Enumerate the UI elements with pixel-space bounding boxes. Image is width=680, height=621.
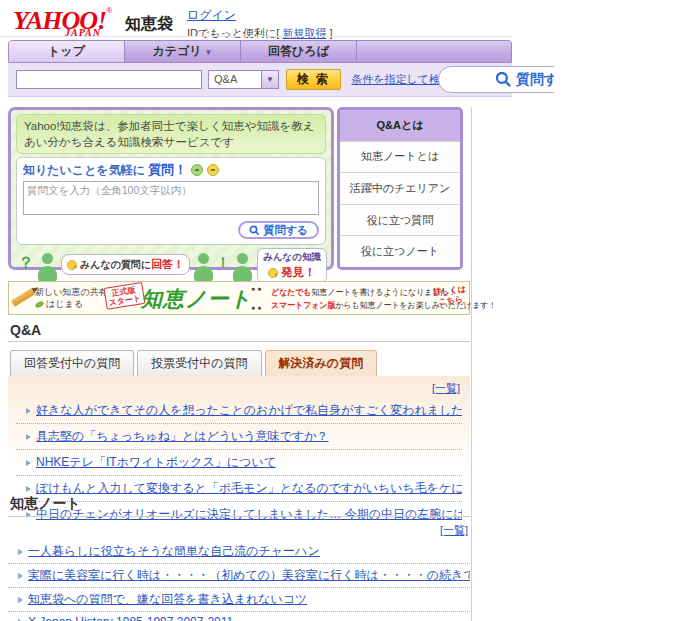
chienote-more-link[interactable]: 詳しくは こちら (433, 284, 468, 308)
yahoo-japan-logo[interactable]: YAHOO!® JAPAN (13, 6, 115, 36)
nav-tab-answer-plaza[interactable]: 回答ひろば (241, 41, 357, 62)
nav-tab-top-label: トップ (48, 44, 85, 58)
search-panel: Q&A ▼ 検 索 条件を指定して検索 質問する (8, 63, 512, 97)
sidebar-item-label: 活躍中のチエリアン (350, 181, 451, 196)
chienote-tagline-line2: はじまる (46, 298, 83, 310)
question-link[interactable]: 好きな人ができてその人を想ったことのおかげで私自身がすごく変われました ... (36, 402, 462, 419)
magnifier-icon (495, 71, 512, 88)
chevron-down-icon: ▼ (205, 48, 213, 57)
note-row: X Japan History 1985-1997,2007-2011 (8, 612, 470, 621)
leaf-icon (34, 300, 44, 309)
question-row: NHKEテレ「ITホワイトボックス」について (16, 450, 462, 476)
triangle-bullet-icon (18, 597, 23, 603)
triangle-bullet-icon (26, 460, 31, 466)
main-nav: トップ カテゴリ▼ 回答ひろば (8, 40, 512, 63)
tab-label: 回答受付中の質問 (24, 356, 120, 370)
question-row: 好きな人ができてその人を想ったことのおかげで私自身がすごく変われました ... (16, 398, 462, 424)
note-row: 実際に美容室に行く時は・・・・（初めての）美容室に行く時は・・・・の続きです。.… (8, 564, 470, 588)
registered-mark: ® (106, 6, 112, 15)
msg2-text: からも知恵ノートをお楽しみいただけます！ (335, 300, 496, 310)
chick-icon (268, 268, 278, 278)
nav-tab-category[interactable]: カテゴリ▼ (125, 41, 241, 62)
service-title: 知恵袋 (125, 14, 173, 35)
sidebar-item-qa-about[interactable]: Q&Aとは (340, 110, 460, 142)
nav-tab-category-label: カテゴリ (152, 44, 201, 58)
tab-voting-questions[interactable]: 投票受付中の質問 (137, 350, 261, 376)
ask-form-box: 知りたいことを気軽に 質問！ 質問する (16, 157, 326, 245)
sidebar-item-active-chierian[interactable]: 活躍中のチエリアン (340, 173, 460, 205)
discover-emphasis: 発見！ (281, 265, 316, 280)
flower-face-icon (207, 164, 219, 176)
question-textarea[interactable] (23, 181, 319, 215)
chienote-list-link-row: [一覧] (8, 517, 470, 540)
sidebar-item-label: 知恵ノートとは (361, 149, 439, 164)
question-link[interactable]: 具志堅の「ちょっちゅね」とはどういう意味ですか？ (36, 428, 329, 445)
qa-list-link-row: [一覧] (16, 378, 462, 398)
ask-submit-button[interactable]: 質問する (238, 221, 319, 239)
ask-question-button-clipped: 質問する (438, 66, 554, 95)
qa-section-title: Q&A (8, 322, 470, 342)
pencil-icon (11, 288, 35, 307)
chienote-list-all-link[interactable]: [一覧] (440, 524, 468, 536)
note-link[interactable]: 実際に美容室に行く時は・・・・（初めての）美容室に行く時は・・・・の続きです。.… (28, 567, 470, 584)
triangle-bullet-icon (26, 434, 31, 440)
spiral-binding-icon: ●●●● (251, 285, 265, 311)
msg2-emphasis: スマートフォン版 (271, 300, 335, 310)
nav-tab-answer-plaza-label: 回答ひろば (268, 44, 329, 58)
tab-label: 投票受付中の質問 (151, 356, 247, 370)
dropdown-arrow-icon[interactable]: ▼ (261, 71, 278, 88)
search-input[interactable] (16, 70, 202, 89)
id-benefit-text-close: ] (329, 27, 332, 39)
search-scope-select[interactable]: Q&A ▼ (208, 70, 279, 89)
answer-speech-bubble: みんなの質問に 回答！ (61, 254, 190, 275)
discover-box: みんなの知識 発見！ (257, 248, 327, 283)
ask-submit-label: 質問する (263, 223, 308, 238)
official-launch-stamp: 正式版 スタート (103, 282, 145, 310)
triangle-bullet-icon (26, 486, 31, 492)
nav-tab-top[interactable]: トップ (9, 41, 125, 62)
promo-headline: Yahoo!知恵袋は、参加者同士で楽しく知恵や知識を教えあい分かち合える知識検索… (16, 114, 326, 154)
sidebar-item-useful-questions[interactable]: 役に立つ質問 (340, 205, 460, 237)
smiley-icon (191, 164, 203, 176)
discover-line1: みんなの知識 (263, 251, 321, 262)
answer-bubble-text: みんなの質問に (80, 258, 151, 272)
sidebar-item-useful-notes[interactable]: 役に立つノート (340, 236, 460, 267)
promo-banner: Yahoo!知恵袋は、参加者同士で楽しく知恵や知識を教えあい分かち合える知識検索… (8, 107, 334, 270)
person-icon (233, 253, 252, 283)
sidebar-item-label: 役に立つ質問 (367, 213, 434, 228)
advanced-search-link[interactable]: 条件を指定して検索 (351, 72, 451, 87)
qa-list-all-link[interactable]: [一覧] (432, 382, 460, 394)
ask-label-emphasis: 質問！ (148, 161, 187, 179)
tab-answering-questions[interactable]: 回答受付中の質問 (10, 350, 134, 376)
ask-question-button[interactable]: 質問する (438, 66, 554, 93)
header-divider (0, 36, 512, 37)
id-benefit-line: IDでもっと便利に[ 新規取得 ] (187, 26, 333, 41)
sidebar-item-note-about[interactable]: 知恵ノートとは (340, 142, 460, 174)
ask-label-row: 知りたいことを気軽に 質問！ (23, 161, 319, 179)
chienote-tagline-line1: 新しい知恵の共有 (35, 286, 108, 298)
id-benefit-text: IDでもっと便利に[ (187, 27, 279, 39)
note-link[interactable]: 一人暮らしに役立ちそうな簡単な自己流のチャーハン (28, 543, 320, 560)
sidebar-menu: Q&Aとは 知恵ノートとは 活躍中のチエリアン 役に立つ質問 役に立つノート (337, 107, 463, 270)
tab-resolved-questions[interactable]: 解決済みの質問 (265, 350, 378, 376)
msg1-emphasis: どなたでも (271, 287, 311, 297)
note-link[interactable]: 知恵袋への質問で、嫌な回答を書き込まれないコツ (28, 591, 307, 608)
search-scope-value: Q&A (209, 71, 261, 88)
note-row: 知恵袋への質問で、嫌な回答を書き込まれないコツ (8, 588, 470, 612)
chienote-banner[interactable]: 新しい知恵の共有 はじまる 正式版 スタート 知恵ノート ●●●● どなたでも知… (8, 281, 470, 315)
chienote-tagline: 新しい知恵の共有 はじまる (35, 286, 108, 310)
signup-link[interactable]: 新規取得 (282, 27, 326, 39)
triangle-bullet-icon (18, 549, 23, 555)
search-button[interactable]: 検 索 (286, 69, 341, 90)
person-icon (194, 253, 213, 283)
question-link[interactable]: NHKEテレ「ITホワイトボックス」について (36, 454, 276, 471)
ask-label: 知りたいことを気軽に (23, 162, 145, 179)
magnifier-icon (249, 225, 260, 236)
question-mark-text: ？ (18, 253, 34, 274)
ask-submit-row: 質問する (23, 221, 319, 240)
triangle-bullet-icon (18, 573, 23, 579)
note-link[interactable]: X Japan History 1985-1997,2007-2011 (28, 615, 233, 621)
login-link[interactable]: ログイン (187, 8, 236, 22)
right-column-divider (471, 107, 472, 621)
sidebar-item-label: 役に立つノート (361, 244, 439, 259)
